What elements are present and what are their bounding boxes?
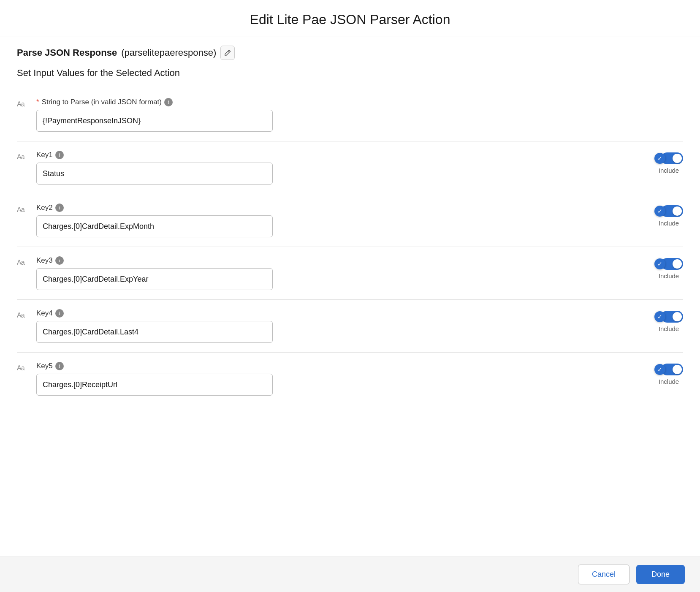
- action-header: Parse JSON Response (parselitepaerespons…: [17, 36, 683, 68]
- section-title: Set Input Values for the Selected Action: [17, 68, 683, 79]
- key5-toggle[interactable]: ✓: [654, 364, 683, 375]
- key1-label: Key1: [36, 151, 53, 159]
- key5-label-row: Key5 i: [36, 362, 648, 370]
- key5-toggle-check-circle: ✓: [654, 364, 665, 375]
- key1-row: Aa Key1 i ✓ Include: [17, 141, 683, 194]
- key3-toggle-section: ✓ Include: [654, 256, 683, 280]
- page-title: Edit Lite Pae JSON Parser Action: [0, 0, 700, 36]
- key1-input[interactable]: [36, 163, 273, 185]
- key4-label-row: Key4 i: [36, 309, 648, 318]
- page-container: Edit Lite Pae JSON Parser Action Parse J…: [0, 0, 700, 592]
- type-icon-key4: Aa: [17, 312, 30, 319]
- key3-label: Key3: [36, 256, 53, 265]
- key2-toggle-section: ✓ Include: [654, 204, 683, 227]
- key1-label-row: Key1 i: [36, 151, 648, 159]
- key5-toggle-thumb: [673, 365, 682, 374]
- type-icon-key3: Aa: [17, 259, 30, 266]
- key4-content: Key4 i: [36, 309, 648, 343]
- key1-toggle-thumb: [673, 154, 682, 163]
- key5-toggle-section: ✓ Include: [654, 362, 683, 385]
- key2-toggle[interactable]: ✓: [654, 205, 683, 217]
- done-button[interactable]: Done: [636, 565, 685, 584]
- key3-toggle-check-circle: ✓: [654, 258, 665, 269]
- key5-info-icon[interactable]: i: [55, 362, 64, 370]
- key2-toggle-thumb: [673, 206, 682, 216]
- key3-toggle-label: Include: [659, 272, 679, 280]
- key4-toggle[interactable]: ✓: [654, 311, 683, 323]
- key2-content: Key2 i: [36, 204, 648, 237]
- key2-label-row: Key2 i: [36, 204, 648, 212]
- key4-toggle-section: ✓ Include: [654, 309, 683, 332]
- key3-content: Key3 i: [36, 256, 648, 290]
- key2-info-icon[interactable]: i: [55, 204, 64, 212]
- key3-input[interactable]: [36, 268, 273, 290]
- key3-label-row: Key3 i: [36, 256, 648, 265]
- key2-toggle-check-circle: ✓: [654, 206, 665, 217]
- key4-toggle-thumb: [673, 312, 682, 321]
- cancel-button[interactable]: Cancel: [578, 565, 629, 584]
- type-icon-key1: Aa: [17, 153, 30, 161]
- key3-info-icon[interactable]: i: [55, 256, 64, 265]
- key-rows-container: Aa Key1 i ✓ Include: [17, 141, 683, 405]
- key4-toggle-check-circle: ✓: [654, 311, 665, 322]
- key4-row: Aa Key4 i ✓ Include: [17, 300, 683, 353]
- action-name: Parse JSON Response: [17, 47, 117, 58]
- type-icon-key2: Aa: [17, 206, 30, 214]
- key2-input[interactable]: [36, 215, 273, 237]
- key3-toggle-thumb: [673, 259, 682, 269]
- key3-toggle[interactable]: ✓: [654, 258, 683, 270]
- key2-toggle-label: Include: [659, 220, 679, 227]
- key4-toggle-label: Include: [659, 325, 679, 332]
- required-star: *: [36, 98, 39, 106]
- key1-toggle-check-circle: ✓: [654, 153, 665, 164]
- string-to-parse-input[interactable]: [36, 110, 273, 132]
- key5-label: Key5: [36, 362, 53, 370]
- string-to-parse-row: Aa * String to Parse (in valid JSON form…: [17, 89, 683, 141]
- string-field-label: String to Parse (in valid JSON format): [42, 98, 162, 106]
- key1-content: Key1 i: [36, 151, 648, 185]
- key4-info-icon[interactable]: i: [55, 309, 64, 318]
- action-id: (parselitepaeresponse): [121, 47, 216, 58]
- string-label-row: * String to Parse (in valid JSON format)…: [36, 98, 683, 106]
- key1-toggle[interactable]: ✓: [654, 152, 683, 164]
- key3-row: Aa Key3 i ✓ Include: [17, 247, 683, 300]
- key5-toggle-label: Include: [659, 378, 679, 385]
- key4-input[interactable]: [36, 321, 273, 343]
- string-info-icon[interactable]: i: [164, 98, 173, 106]
- key1-toggle-label: Include: [659, 167, 679, 174]
- key1-info-icon[interactable]: i: [55, 151, 64, 159]
- key1-toggle-section: ✓ Include: [654, 151, 683, 174]
- edit-action-button[interactable]: [220, 46, 235, 60]
- type-icon-string: Aa: [17, 100, 30, 108]
- key2-row: Aa Key2 i ✓ Include: [17, 194, 683, 247]
- key4-label: Key4: [36, 309, 53, 318]
- key5-row: Aa Key5 i ✓ Include: [17, 353, 683, 405]
- type-icon-key5: Aa: [17, 364, 30, 372]
- key5-content: Key5 i: [36, 362, 648, 396]
- footer-bar: Cancel Done: [0, 557, 700, 592]
- content-area: Parse JSON Response (parselitepaerespons…: [0, 36, 700, 557]
- string-field-content: * String to Parse (in valid JSON format)…: [36, 98, 683, 132]
- key5-input[interactable]: [36, 374, 273, 396]
- key2-label: Key2: [36, 204, 53, 212]
